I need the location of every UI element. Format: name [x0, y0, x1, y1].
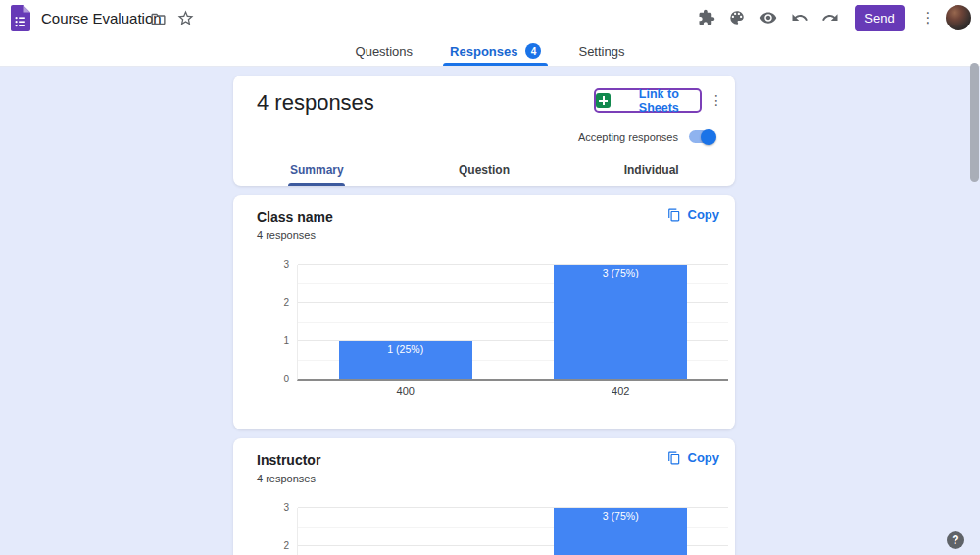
top-app-bar: Course Evaluation Send ⋮	[0, 0, 980, 36]
google-forms-logo-icon[interactable]	[11, 5, 30, 31]
copy-chart-button[interactable]: Copy	[667, 207, 720, 222]
subtab-individual[interactable]: Individual	[567, 153, 735, 186]
link-to-sheets-button[interactable]: Link to Sheets	[596, 87, 700, 115]
accepting-responses-row: Accepting responses	[578, 130, 715, 143]
question-title: Class name	[257, 209, 333, 225]
help-icon[interactable]: ?	[947, 531, 964, 549]
y-tick-label: 3	[283, 259, 289, 270]
bar-slot-1: 3 (75%)	[554, 508, 687, 555]
link-to-sheets-highlight: Link to Sheets	[594, 88, 702, 113]
question-title: Instructor	[257, 452, 320, 468]
form-tab-bar: Questions Responses 4 Settings	[0, 36, 980, 67]
google-sheets-icon	[596, 93, 611, 108]
send-button[interactable]: Send	[855, 5, 905, 31]
question-card-instructor: Instructor 4 responses Copy 01233 (75%)	[233, 438, 735, 555]
bar-400: 1 (25%)	[339, 341, 472, 379]
undo-icon[interactable]	[788, 6, 811, 29]
bar-chart-instructor: 01233 (75%)	[297, 508, 728, 555]
x-axis-label: 400	[298, 385, 514, 397]
copy-icon	[667, 451, 681, 465]
question-card-class-name: Class name 4 responses Copy 01231 (25%)4…	[233, 195, 735, 429]
star-icon[interactable]	[173, 6, 197, 29]
bar-value-label: 1 (25%)	[339, 343, 472, 355]
preview-icon[interactable]	[757, 6, 780, 29]
responses-summary-card: 4 responses Link to Sheets ⋮ Accepting r…	[233, 76, 735, 186]
bar-402: 3 (75%)	[554, 265, 687, 379]
y-tick-label: 2	[283, 540, 289, 551]
copy-chart-button[interactable]: Copy	[667, 450, 720, 465]
y-tick-label: 2	[283, 297, 289, 308]
add-ons-icon[interactable]	[695, 6, 718, 29]
subtab-summary[interactable]: Summary	[233, 153, 401, 186]
tab-questions[interactable]: Questions	[354, 36, 416, 66]
customize-theme-icon[interactable]	[725, 6, 749, 29]
tab-settings[interactable]: Settings	[576, 36, 626, 66]
responses-count-badge: 4	[525, 43, 541, 59]
responses-more-options-icon[interactable]: ⋮	[709, 88, 724, 112]
toggle-knob	[701, 129, 716, 145]
responses-count-title: 4 responses	[257, 90, 374, 116]
form-title[interactable]: Course Evaluation	[41, 0, 162, 36]
vertical-scrollbar-thumb[interactable]	[970, 63, 979, 182]
bar-chart-class-name: 01231 (25%)4003 (75%)402	[297, 265, 728, 381]
accepting-responses-label: Accepting responses	[578, 131, 678, 143]
subtab-question[interactable]: Question	[401, 153, 568, 186]
redo-icon[interactable]	[818, 6, 842, 29]
more-options-icon[interactable]: ⋮	[920, 6, 936, 29]
question-response-count: 4 responses	[257, 473, 316, 484]
copy-icon	[667, 208, 681, 222]
y-tick-label: 3	[283, 502, 289, 513]
summary-view-tabs: Summary Question Individual	[233, 153, 735, 186]
bar-value-label: 3 (75%)	[554, 267, 687, 278]
account-avatar[interactable]	[946, 5, 971, 30]
bar-value-label: 3 (75%)	[554, 510, 687, 522]
y-tick-label: 0	[283, 374, 289, 384]
accepting-responses-toggle[interactable]	[689, 130, 715, 143]
question-response-count: 4 responses	[257, 229, 316, 241]
move-to-folder-icon[interactable]	[146, 7, 170, 30]
y-tick-label: 1	[283, 335, 289, 346]
tab-responses[interactable]: Responses 4	[448, 36, 543, 66]
x-axis-label: 402	[514, 385, 729, 397]
